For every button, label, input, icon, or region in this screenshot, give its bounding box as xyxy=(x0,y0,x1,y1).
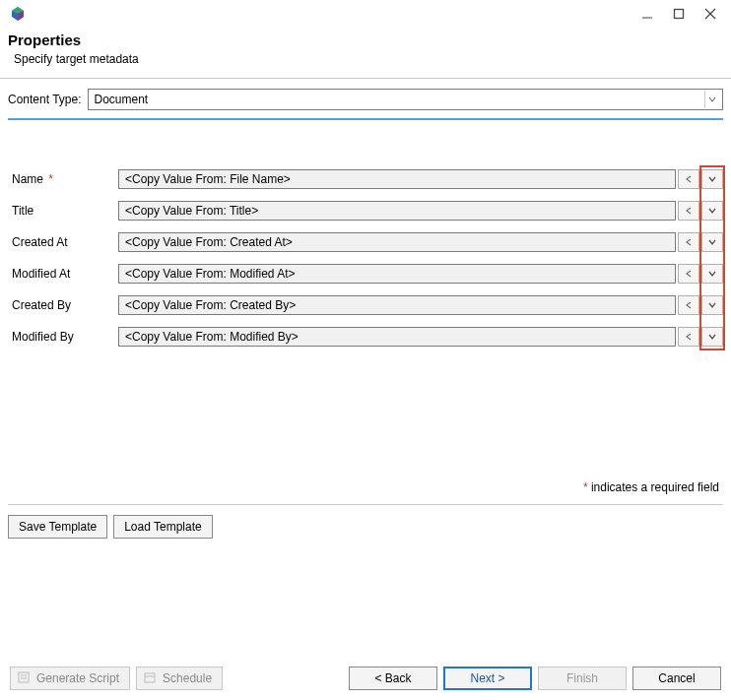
window-maximize-icon[interactable] xyxy=(672,7,686,21)
cancel-button[interactable]: Cancel xyxy=(632,667,721,690)
content-type-select[interactable]: Document xyxy=(88,89,724,110)
chevron-left-icon xyxy=(684,332,694,342)
save-template-button[interactable]: Save Template xyxy=(8,515,107,539)
field-label: Name * xyxy=(8,172,118,186)
required-star-icon: * xyxy=(45,172,53,186)
field-row: Modified By<Copy Value From: Modified By… xyxy=(8,321,723,352)
chevron-down-icon xyxy=(707,332,717,342)
field-input[interactable]: <Copy Value From: Title> xyxy=(118,201,676,221)
finish-button: Finish xyxy=(538,667,627,690)
window-titlebar xyxy=(0,0,731,28)
window-close-icon[interactable] xyxy=(703,7,717,21)
field-dropdown-button[interactable] xyxy=(701,264,723,284)
chevron-down-icon xyxy=(707,300,717,310)
field-prev-button[interactable] xyxy=(678,327,699,347)
template-bar: Save Template Load Template xyxy=(8,504,723,539)
field-input[interactable]: <Copy Value From: Created By> xyxy=(118,295,676,315)
field-dropdown-button[interactable] xyxy=(701,201,723,221)
field-label: Title xyxy=(8,204,118,218)
dialog-header: Properties Specify target metadata xyxy=(0,28,731,74)
chevron-down-icon xyxy=(707,237,717,247)
content-type-label: Content Type: xyxy=(8,93,82,106)
content-type-value: Document xyxy=(95,93,149,106)
script-icon xyxy=(17,670,31,687)
required-field-note: * indicates a required field xyxy=(0,480,731,494)
field-label: Created At xyxy=(8,235,118,249)
field-label: Modified By xyxy=(8,330,118,344)
app-logo-icon xyxy=(10,6,26,22)
content-type-row: Content Type: Document xyxy=(0,89,731,110)
field-input[interactable]: <Copy Value From: Modified By> xyxy=(118,327,676,347)
generate-script-button[interactable]: Generate Script xyxy=(10,667,130,690)
field-prev-button[interactable] xyxy=(678,232,699,252)
divider xyxy=(0,78,731,79)
field-row: Name *<Copy Value From: File Name> xyxy=(8,163,723,195)
field-input[interactable]: <Copy Value From: File Name> xyxy=(118,169,676,189)
schedule-label: Schedule xyxy=(163,671,212,685)
field-prev-button[interactable] xyxy=(678,169,699,189)
calendar-icon xyxy=(143,670,157,687)
page-title: Properties xyxy=(8,32,723,48)
field-prev-button[interactable] xyxy=(678,201,699,221)
generate-script-label: Generate Script xyxy=(36,671,119,685)
svg-rect-7 xyxy=(19,672,29,682)
chevron-down-icon xyxy=(707,269,717,279)
field-dropdown-button[interactable] xyxy=(701,232,723,252)
next-button[interactable]: Next > xyxy=(443,667,532,690)
chevron-left-icon xyxy=(684,174,694,184)
chevron-left-icon xyxy=(684,300,694,310)
wizard-footer: Generate Script Schedule < Back Next > F… xyxy=(0,667,731,690)
field-label: Created By xyxy=(8,298,118,312)
chevron-left-icon xyxy=(684,237,694,247)
chevron-left-icon xyxy=(684,269,694,279)
schedule-button[interactable]: Schedule xyxy=(136,667,223,690)
svg-rect-4 xyxy=(675,10,684,19)
field-row: Title<Copy Value From: Title> xyxy=(8,195,723,226)
load-template-button[interactable]: Load Template xyxy=(113,515,213,539)
field-label: Modified At xyxy=(8,267,118,281)
field-row: Modified At<Copy Value From: Modified At… xyxy=(8,258,723,289)
field-dropdown-button[interactable] xyxy=(701,169,723,189)
field-dropdown-button[interactable] xyxy=(701,295,723,315)
back-button[interactable]: < Back xyxy=(349,667,437,690)
field-input[interactable]: <Copy Value From: Modified At> xyxy=(118,264,676,284)
chevron-down-icon xyxy=(707,174,717,184)
chevron-down-icon xyxy=(707,206,717,216)
chevron-down-icon xyxy=(704,91,718,108)
field-dropdown-button[interactable] xyxy=(701,327,723,347)
fields-container: Name *<Copy Value From: File Name>Title<… xyxy=(0,120,731,352)
page-subtitle: Specify target metadata xyxy=(14,52,723,66)
required-note-text: indicates a required field xyxy=(588,480,719,494)
field-prev-button[interactable] xyxy=(678,295,699,315)
field-prev-button[interactable] xyxy=(678,264,699,284)
field-input[interactable]: <Copy Value From: Created At> xyxy=(118,232,676,252)
field-row: Created At<Copy Value From: Created At> xyxy=(8,226,723,258)
field-row: Created By<Copy Value From: Created By> xyxy=(8,289,723,321)
window-minimize-icon[interactable] xyxy=(640,7,654,21)
chevron-left-icon xyxy=(684,206,694,216)
svg-rect-10 xyxy=(145,673,155,682)
